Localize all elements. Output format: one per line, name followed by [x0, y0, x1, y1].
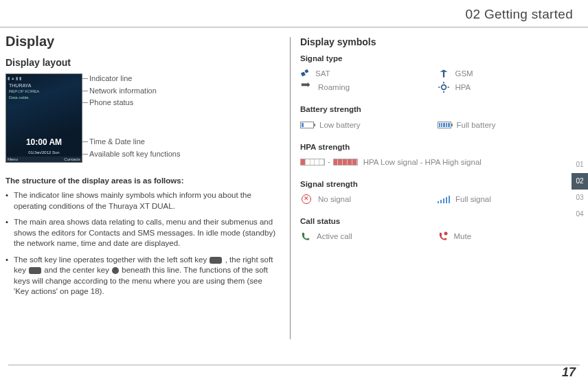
- signal-type-heading: Signal type: [300, 53, 574, 64]
- callout-labels: Indicator line Network information Phone…: [89, 73, 180, 161]
- svg-point-4: [444, 232, 447, 236]
- svg-point-3: [441, 85, 446, 90]
- callout-indicator: Indicator line: [89, 73, 180, 84]
- call-status-heading: Call status: [300, 216, 574, 227]
- tab-03[interactable]: 03: [572, 190, 588, 206]
- battery-heading: Battery strength: [300, 104, 574, 115]
- phone-date: 01/Jan/2012 Sun: [6, 150, 82, 155]
- low-battery-item: Low battery: [300, 118, 438, 132]
- tab-04[interactable]: 04: [572, 206, 588, 222]
- tab-01[interactable]: 01: [572, 157, 588, 173]
- chapter-header: 02 Getting started: [0, 0, 588, 27]
- callout-status: Phone status: [89, 98, 180, 108]
- hpa-icon: [438, 82, 450, 92]
- page-footer-line: [8, 365, 580, 365]
- active-call-label: Active call: [317, 231, 352, 242]
- hpa-strength-label: HPA Low signal - HPA High signal: [363, 157, 482, 168]
- hpa-strength-item: - HPA Low signal - HPA High signal: [300, 155, 574, 169]
- bullet3-pre: The soft key line operates together with…: [14, 255, 209, 264]
- call-status-section: Call status Active call Mute: [300, 216, 574, 243]
- left-softkey-icon: [210, 257, 222, 264]
- hpa-low-icon: [300, 159, 325, 166]
- bullet3-mid2: and the center key: [42, 266, 111, 274]
- full-battery-item: Full battery: [438, 118, 575, 132]
- roaming-item: Roaming: [300, 80, 438, 94]
- low-battery-icon: [300, 122, 314, 128]
- callout-spacer: [89, 109, 180, 135]
- low-battery-label: Low battery: [319, 119, 360, 130]
- phone-softkeys: Menu Contacts: [6, 157, 82, 162]
- active-call-icon: [300, 231, 311, 242]
- hpa-strength-heading: HPA strength: [300, 141, 574, 152]
- callout-network: Network information: [89, 86, 180, 96]
- svg-rect-2: [442, 72, 444, 78]
- hpa-item: HPA: [438, 80, 575, 94]
- mute-item: Mute: [438, 229, 575, 243]
- phone-screenshot: ▮ ▲ ▮ ▮ THURAYA REP.OF KOREA Data cable …: [5, 73, 82, 163]
- phone-mode: Data cable: [9, 95, 29, 100]
- page-title: Display: [5, 32, 278, 51]
- phone-indicator-line: ▮ ▲ ▮ ▮: [8, 76, 80, 81]
- sat-icon: [300, 69, 310, 78]
- signal-strength-section: Signal strength No signal Full signal: [300, 179, 574, 206]
- content: Display Display layout ▮ ▲ ▮ ▮ THURAYA R…: [0, 27, 588, 339]
- mute-icon: [438, 231, 449, 242]
- sat-item: SAT: [300, 67, 438, 80]
- sat-label: SAT: [315, 68, 330, 79]
- phone-country: REP.OF KOREA: [9, 89, 39, 94]
- active-call-item: Active call: [300, 229, 438, 243]
- structure-bullet-3: The soft key line operates together with…: [5, 255, 278, 297]
- gsm-label: GSM: [455, 68, 473, 79]
- full-battery-icon: [438, 122, 451, 128]
- full-signal-label: Full signal: [455, 194, 491, 205]
- layout-diagram: ▮ ▲ ▮ ▮ THURAYA REP.OF KOREA Data cable …: [5, 73, 278, 163]
- callout-softkey: Available soft key functions: [89, 149, 180, 159]
- hpa-strength-section: HPA strength - HPA Low signal - HPA High…: [300, 141, 574, 169]
- hpa-high-icon: [333, 159, 358, 166]
- side-tabs: 01 02 03 04: [572, 157, 588, 222]
- column-divider: [290, 37, 291, 339]
- hpa-separator: -: [328, 157, 330, 167]
- softkey-left: Menu: [8, 157, 18, 162]
- full-battery-label: Full battery: [457, 119, 496, 130]
- no-signal-label: No signal: [318, 194, 351, 205]
- structure-heading: The structure of the display areas is as…: [5, 175, 278, 186]
- battery-section: Battery strength Low battery Full batter…: [300, 104, 574, 131]
- page-number: 17: [562, 364, 576, 381]
- layout-heading: Display layout: [5, 56, 278, 70]
- no-signal-icon: [300, 194, 313, 204]
- right-softkey-icon: [29, 267, 41, 274]
- full-signal-item: Full signal: [438, 192, 575, 206]
- gsm-icon: [438, 69, 450, 78]
- mute-label: Mute: [454, 231, 472, 242]
- signal-strength-heading: Signal strength: [300, 179, 574, 190]
- no-signal-item: No signal: [300, 192, 438, 206]
- structure-bullet-2: The main area shows data relating to cal…: [5, 217, 278, 249]
- gsm-item: GSM: [438, 67, 575, 80]
- callout-timedate: Time & Date line: [89, 137, 180, 147]
- structure-bullet-1: The indicator line shows mainly symbols …: [5, 190, 278, 212]
- phone-time: 10:00 AM: [6, 137, 82, 148]
- roaming-icon: [300, 82, 313, 92]
- hpa-strength-icon: -: [300, 157, 358, 167]
- symbols-heading: Display symbols: [300, 36, 574, 49]
- svg-rect-0: [301, 72, 306, 77]
- right-column: Display symbols Signal type SAT GSM: [293, 32, 574, 339]
- softkey-right: Contacts: [64, 157, 80, 162]
- svg-rect-1: [304, 69, 308, 73]
- roaming-label: Roaming: [318, 82, 350, 93]
- center-key-icon: [112, 267, 119, 274]
- signal-type-section: Signal type SAT GSM: [300, 53, 574, 94]
- tab-02[interactable]: 02: [572, 173, 588, 190]
- structure-list: The indicator line shows mainly symbols …: [5, 190, 278, 297]
- hpa-label: HPA: [455, 82, 471, 93]
- left-column: Display Display layout ▮ ▲ ▮ ▮ THURAYA R…: [5, 32, 287, 339]
- full-signal-icon: [438, 195, 451, 203]
